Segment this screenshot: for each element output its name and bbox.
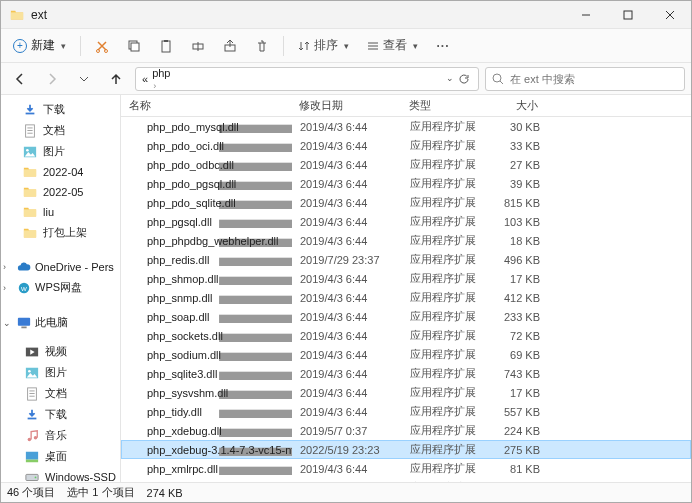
status-count: 46 个项目 [7,485,55,500]
file-row[interactable]: php_pdo_mysql.dll2019/4/3 6:44应用程序扩展30 K… [121,117,691,136]
delete-button[interactable] [247,32,277,60]
file-name: php_pdo_oci.dll [147,140,224,152]
file-row[interactable]: php_sqlite3.dll2019/4/3 6:44应用程序扩展743 KB [121,364,691,383]
up-button[interactable] [103,66,129,92]
breadcrumb[interactable]: « phpstudy_pro›Extensions›php›php7.3.4nt… [135,67,479,91]
view-button[interactable]: 查看 ▾ [359,37,426,54]
chevron-down-icon[interactable]: ⌄ [446,73,454,85]
sidebar-item[interactable]: Windows-SSD [1,467,120,482]
plus-icon: + [13,39,27,53]
file-row[interactable]: php_redis.dll2019/7/29 23:37应用程序扩展496 KB [121,250,691,269]
col-size[interactable]: 大小 [481,95,551,116]
file-type: 应用程序扩展 [402,252,482,267]
file-date: 2019/4/3 6:44 [292,178,402,190]
sidebar-item[interactable]: 下载 [1,99,120,120]
minimize-button[interactable] [565,1,607,29]
file-icon [130,462,143,475]
sidebar-item[interactable]: 打包上架 [1,222,120,243]
file-type: 应用程序扩展 [402,366,482,381]
sidebar-item[interactable]: 图片 [1,141,120,162]
file-row[interactable]: php_shmop.dll2019/4/3 6:44应用程序扩展17 KB [121,269,691,288]
separator [80,36,81,56]
file-row[interactable]: php_tidy.dll2019/4/3 6:44应用程序扩展557 KB [121,402,691,421]
file-date: 2019/7/29 23:37 [292,254,402,266]
file-icon [130,177,143,190]
file-icon [130,329,143,342]
file-date: 2019/4/3 6:44 [292,368,402,380]
file-row[interactable]: php_pdo_sqlite.dll2019/4/3 6:44应用程序扩展815… [121,193,691,212]
file-row[interactable]: php_pdo_odbc.dll2019/4/3 6:44应用程序扩展27 KB [121,155,691,174]
search-input[interactable] [510,73,678,85]
pic-icon [23,145,37,159]
file-row[interactable]: php_soap.dll2019/4/3 6:44应用程序扩展233 KB [121,307,691,326]
copy-button[interactable] [119,32,149,60]
file-size: 224 KB [482,425,552,437]
file-icon [130,215,143,228]
col-type[interactable]: 类型 [401,95,481,116]
new-button[interactable]: + 新建 ▾ [5,33,74,58]
col-name[interactable]: 名称 [121,95,291,116]
sidebar-item-label: 图片 [45,365,67,380]
sidebar-section-thispc[interactable]: ⌄ 此电脑 [1,312,120,333]
sort-button[interactable]: 排序 ▾ [290,37,357,54]
sidebar-item[interactable]: 图片 [1,362,120,383]
sidebar-item[interactable]: 下载 [1,404,120,425]
breadcrumb-overflow[interactable]: « [140,73,150,85]
sidebar-item[interactable]: 桌面 [1,446,120,467]
file-row[interactable]: php_sockets.dll2019/4/3 6:44应用程序扩展72 KB [121,326,691,345]
file-icon [130,367,143,380]
file-row[interactable]: php_xdebug.dll2019/5/7 0:37应用程序扩展224 KB [121,421,691,440]
sidebar-item[interactable]: ›OneDrive - Pers [1,257,120,277]
navrow: « phpstudy_pro›Extensions›php›php7.3.4nt… [1,63,691,95]
file-row[interactable]: php_pdo_pgsql.dll2019/4/3 6:44应用程序扩展39 K… [121,174,691,193]
file-name: php_sqlite3.dll [147,368,217,380]
share-button[interactable] [215,32,245,60]
sidebar-item[interactable]: 视频 [1,341,120,362]
file-size: 17 KB [482,387,552,399]
sort-icon [298,40,310,52]
file-row[interactable]: php_snmp.dll2019/4/3 6:44应用程序扩展412 KB [121,288,691,307]
file-type: 应用程序扩展 [402,233,482,248]
sidebar-item[interactable]: 音乐 [1,425,120,446]
more-button[interactable]: ··· [428,32,458,60]
close-button[interactable] [649,1,691,29]
refresh-button[interactable] [458,73,470,85]
file-row[interactable]: php_pgsql.dll2019/4/3 6:44应用程序扩展103 KB [121,212,691,231]
col-date[interactable]: 修改日期 [291,95,401,116]
file-type: 应用程序扩展 [402,442,482,457]
file-row[interactable]: php_xmlrpc.dll2019/4/3 6:44应用程序扩展81 KB [121,459,691,478]
maximize-button[interactable] [607,1,649,29]
file-row[interactable]: php_pdo_oci.dll2019/4/3 6:44应用程序扩展33 KB [121,136,691,155]
file-size: 81 KB [482,463,552,475]
file-rows[interactable]: php_pdo_mysql.dll2019/4/3 6:44应用程序扩展30 K… [121,117,691,482]
file-date: 2019/4/3 6:44 [292,216,402,228]
cut-button[interactable] [87,32,117,60]
sidebar-item-label: 桌面 [45,449,67,464]
file-name: php_xmlrpc.dll [147,463,218,475]
sidebar[interactable]: 下载文档图片2022-042022-05liu打包上架 ›OneDrive - … [1,95,121,482]
sidebar-item[interactable]: 文档 [1,120,120,141]
file-row[interactable]: php_xdebug-3.1.4-7.3-vc15-nts-x86_6...20… [121,440,691,459]
file-row[interactable]: php_sodium.dll2019/4/3 6:44应用程序扩展69 KB [121,345,691,364]
sidebar-item[interactable]: liu [1,202,120,222]
recent-button[interactable] [71,66,97,92]
paste-button[interactable] [151,32,181,60]
sidebar-item[interactable]: ›WPS网盘 [1,277,120,298]
download-icon [25,408,39,422]
file-type: 应用程序扩展 [402,157,482,172]
sidebar-item[interactable]: 2022-04 [1,162,120,182]
sidebar-item[interactable]: 文档 [1,383,120,404]
file-type: 应用程序扩展 [402,461,482,476]
file-type: 应用程序扩展 [402,176,482,191]
file-row[interactable]: php_phpdbg_webhelper.dll2019/4/3 6:44应用程… [121,231,691,250]
file-type: 应用程序扩展 [402,214,482,229]
sidebar-item[interactable]: 2022-05 [1,182,120,202]
chevron-right-icon: › [150,81,159,91]
search-box[interactable] [485,67,685,91]
rename-button[interactable] [183,32,213,60]
back-button[interactable] [7,66,33,92]
file-row[interactable]: php_sysvshm.dll2019/4/3 6:44应用程序扩展17 KB [121,383,691,402]
breadcrumb-item[interactable]: php [150,67,221,79]
forward-button[interactable] [39,66,65,92]
sidebar-item-label: 下载 [43,102,65,117]
